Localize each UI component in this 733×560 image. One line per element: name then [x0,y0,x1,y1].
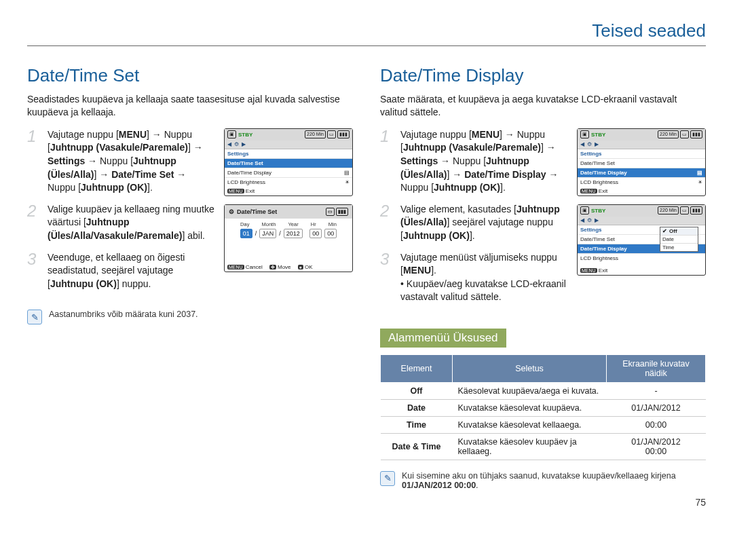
lcd-footer: MENU Exit [580,267,702,274]
lcd-row-label: Date/Time Display [580,246,627,252]
card-icon: ▭ [326,208,335,216]
top-rule: Teised seaded [27,20,706,46]
chapter-title: Teised seaded [27,20,706,45]
lcd-dropdown-screenshot: ▣ STBY 220 Min ▭ ▮▮▮ ◀⚙▶ Settings Date/T… [577,204,706,276]
time-remaining: 220 Min [305,130,326,138]
card-icon: ▭ [680,130,689,138]
lcd-topbar: ▣ STBY 220 Min ▭ ▮▮▮ [225,129,352,141]
step-number: 1 [27,128,41,145]
section-heading-date-time-display: Date/Time Display [380,65,706,86]
lcd-row-label: Date/Time Display [580,170,627,176]
submenu-heading: Alammenüü Üksused [380,329,506,348]
lcd-set-footer: MENU Cancel ✥ Move ● OK [227,264,350,270]
lcd-set-titlebar: ⚙Date/Time Set ▭▮▮▮ [225,205,352,219]
cell-element: Time [381,416,453,433]
lcd-row: Date/Time Display▤ [225,168,352,178]
card-icon: ▭ [327,130,336,138]
mode-icon: ▣ [580,206,589,214]
stby-label: STBY [591,208,605,214]
section-heading-date-time-set: Date/Time Set [27,65,353,86]
lcd-dropdown: ✔Off Date Time [660,227,698,252]
note-icon: ✎ [380,471,395,486]
lcd-row-label: LCD Brightness [580,179,618,185]
step-body: Vajutage nuppu [MENU] → Nuppu [Juhtnupp … [48,128,216,195]
cell-desc: Käesolevat kuupäeva/aega ei kuvata. [453,382,607,399]
note-text: Aastanumbriks võib määrata kuni 2037. [49,310,198,319]
procedure-block: 1 Vajutage nuppu [MENU] → Nuppu [Juhtnup… [27,128,353,299]
time-remaining: 220 Min [658,130,679,138]
cell-desc: Kuvatakse käesolevat kuupäeva. [453,399,607,416]
dropdown-item-off: ✔Off [660,227,698,236]
gear-icon: ⚙ [229,208,234,215]
stby-label: STBY [591,132,605,138]
lcd-topbar: ▣ STBY 220 Min ▭ ▮▮▮ [578,129,705,141]
lcd-arrowbar: ◀⚙▶ [578,141,705,149]
step-number: 3 [27,251,41,267]
step-1: 1 Vajutage nuppu [MENU] → Nuppu [Juhtnup… [380,128,569,195]
cell-element: Date [381,399,453,416]
battery-icon: ▮▮▮ [690,206,702,214]
val-year: 2012 [284,229,303,238]
lcd-row-selected: Date/Time Display▤ [578,168,705,178]
val-hr: 00 [309,229,322,238]
cell-element: Off [381,382,453,399]
stby-label: STBY [238,132,252,138]
table-row: Date & Time Kuvatakse käesolev kuupäev j… [381,433,706,460]
ok-label: OK [305,264,313,270]
step-body: Valige element, kasutades [Juhtnupp (Üle… [400,203,569,243]
table-row: Time Kuvatakse käesolevat kellaaega. 00:… [381,416,706,433]
time-remaining: 220 Min [658,206,679,214]
right-column: Date/Time Display Saate määrata, et kuup… [380,60,706,490]
page-number: 75 [27,497,706,508]
val-day: 01 [240,229,252,238]
dropdown-item-time: Time [660,244,698,251]
cell-disp: 00:00 [607,416,706,433]
th-seletus: Seletus [453,354,607,382]
lcd-menu-screenshot: ▣ STBY 220 Min ▭ ▮▮▮ ◀⚙▶ Settings Date/T… [577,128,706,196]
lcd-arrowbar: ◀⚙▶ [578,217,705,225]
lbl-hr: Hr [311,221,316,227]
step-number: 2 [380,203,394,219]
row-right-icon: ☀ [345,179,350,185]
exit-label: Exit [599,188,607,194]
note-row: ✎ Aastanumbriks võib määrata kuni 2037. [27,310,353,324]
lcd-row: LCD Brightness [578,254,705,263]
row-right-icon: ▤ [344,170,350,176]
row-right-icon: ▤ [697,170,702,176]
lcd-datetime-set-screenshot: ⚙Date/Time Set ▭▮▮▮ Day Month Year Hr Mi… [224,204,353,272]
intro-text: Seadistades kuupäeva ja kellaaja saate t… [27,93,353,119]
cancel-label: Cancel [246,264,263,270]
intro-text: Saate määrata, et kuupäeva ja aega kuvat… [380,93,706,119]
th-display: Ekraanile kuvatav näidik [607,354,706,382]
lcd-topbar: ▣ STBY 220 Min ▭ ▮▮▮ [578,205,705,217]
lbl-min: Min [328,221,337,227]
lcd-set-title: Date/Time Set [237,208,277,215]
lcd-footer: MENU Exit [227,188,350,194]
steps-list: 1 Vajutage nuppu [MENU] → Nuppu [Juhtnup… [380,128,569,312]
lcd-arrowbar: ◀⚙▶ [225,141,352,149]
lbl-day: Day [240,221,249,227]
lcd-row-label: Date/Time Display [227,170,271,176]
step-3: 3 Veenduge, et kellaaeg on õigesti seadi… [27,251,216,291]
step-2: 2 Valige kuupäev ja kellaaeg ning muutke… [27,203,216,243]
step-1: 1 Vajutage nuppu [MENU] → Nuppu [Juhtnup… [27,128,216,195]
cell-element: Date & Time [381,433,453,460]
step-body: Valige kuupäev ja kellaaeg ning muutke v… [48,203,216,243]
note-text: Kui sisemine aku on tühjaks saanud, kuva… [402,471,706,490]
step-bullet: Kuupäev/aeg kuvatakse LCD-ekraanil vasta… [400,278,566,303]
page: Teised seaded Date/Time Set Seadistades … [27,20,706,508]
step-body: Vajutage menüüst väljumiseks nuppu [MENU… [400,251,569,304]
cell-desc: Kuvatakse käesolevat kellaaega. [453,416,607,433]
lcd-row-selected: Date/Time Set [225,159,352,168]
two-columns: Date/Time Set Seadistades kuupäeva ja ke… [27,60,706,490]
th-element: Element [381,354,453,382]
lcd-row: Date/Time Set [578,159,705,168]
lcd-date-values: 01 / JAN / 2012 00 00 [225,229,352,238]
lcd-row-label: LCD Brightness [580,255,618,261]
battery-icon: ▮▮▮ [336,208,348,216]
card-icon: ▭ [680,206,689,214]
options-table: Element Seletus Ekraanile kuvatav näidik… [380,354,706,460]
step-number: 2 [27,203,41,219]
table-row: Off Käesolevat kuupäeva/aega ei kuvata. … [381,382,706,399]
lbl-year: Year [288,221,299,227]
